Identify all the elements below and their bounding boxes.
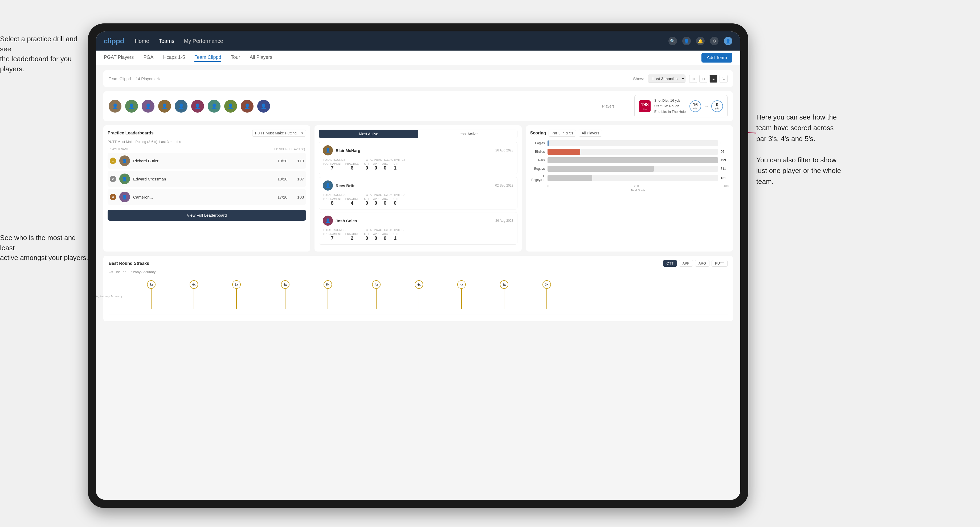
streaks-tab-arg[interactable]: ARG [695,260,710,267]
streak-pin: 6x [232,280,241,309]
view-list[interactable]: ≡ [710,75,718,83]
stat-putt-3: PUTT 1 [392,233,399,241]
player-card-header-2: 👤 Rees Britt 02 Sep 2023 [323,181,513,190]
streaks-tab-app[interactable]: APP [679,260,693,267]
player-avatar-3[interactable]: 👤 [142,100,154,113]
view-grid-medium[interactable]: ⊟ [699,75,707,83]
nav-link-home[interactable]: Home [135,37,149,45]
add-team-button[interactable]: Add Team [702,53,732,62]
score-circles: 16 yds → 0 yds [689,100,723,112]
player-avatar-5[interactable]: 👤 [175,100,188,113]
sub-tabs: PGAT Players PGA Hcaps 1-5 Team Clippd T… [96,51,740,65]
nav-link-teams[interactable]: Teams [159,37,174,45]
nav-link-performance[interactable]: My Performance [184,37,223,45]
period-select[interactable]: Last 3 months [648,75,686,83]
lb-avg-1: 110 [291,159,304,163]
stat-values-activities-2: OTT 0 APP 0 ARG 0 [364,197,405,206]
scoring-panel: Scoring Par 3, 4 & 5s All Players Eagles… [526,125,733,252]
stat-app-3: APP 0 [373,233,379,241]
player-avatar-8[interactable]: 👤 [224,100,237,113]
stat-tournament-3: Tournament 7 [323,233,341,241]
chart-bar-container [547,140,718,146]
lb-avatar-1: 👤 [119,156,130,166]
tab-team-clippd[interactable]: Team Clippd [194,54,221,62]
player-avatar-7[interactable]: 👤 [208,100,221,113]
stats-row-3: Total Rounds Tournament 7 Practice 2 [323,229,513,241]
streak-badge: 7x [147,280,156,289]
chart-bar [547,166,654,171]
stat-ott-1: OTT 0 [364,162,369,171]
view-sort[interactable]: ⇅ [719,75,727,83]
settings-icon[interactable]: ⚙ [710,37,719,45]
view-leaderboard-button[interactable]: View Full Leaderboard [108,210,306,221]
streak-line [418,289,419,309]
streaks-subtitle: Off The Tee, Fairway Accuracy [109,270,727,274]
stat-ott-2: OTT 0 [364,197,369,206]
panel-header-lb: Practice Leaderboards PUTT Must Make Put… [108,130,306,137]
stat-tournament-1: Tournament 7 [323,162,341,171]
bell-icon[interactable]: 🔔 [696,37,705,45]
streaks-chart-area: % A, Fairway Accuracy 7x6x6x5x5x4x4x4x3x… [109,278,727,315]
search-icon[interactable]: 🔍 [668,37,677,45]
tab-all-players[interactable]: All Players [250,54,272,62]
stat-values-rounds-2: Tournament 8 Practice 4 [323,197,359,206]
team-header: Team Clippd | 14 Players ✎ Show: Last 3 … [103,70,733,87]
tablet-frame: clippd Home Teams My Performance 🔍 👤 🔔 ⚙… [88,24,748,508]
player-avatar-2[interactable]: 👤 [125,100,138,113]
scoring-filter-pars[interactable]: Par 3, 4 & 5s [549,130,576,137]
h-line-1 [117,290,725,290]
user-icon[interactable]: 👤 [682,37,691,45]
chart-label-pars: Pars [530,158,545,162]
chart-value: 3 [721,141,729,145]
tab-pgat[interactable]: PGAT Players [104,54,134,62]
stats-row-1: Total Rounds Tournament 7 Practice 6 [323,158,513,171]
chart-bar [547,149,580,155]
stat-label-rounds-3: Total Rounds [323,229,359,232]
scoring-chart: Eagles3Birdies96Pars499Bogeys311D. Bogey… [530,140,729,182]
edit-icon[interactable]: ✎ [157,77,160,81]
player-card-name-3: Josh Coles [336,219,493,223]
player-avatar-1[interactable]: 👤 [109,100,121,113]
player-avatar-10[interactable]: 👤 [257,100,270,113]
chart-axis: 0 200 400 [547,184,729,187]
tab-hcaps[interactable]: Hcaps 1-5 [163,54,185,62]
streak-pin: 7x [147,280,156,309]
lb-row-2[interactable]: 2 👤 Edward Crossman 18/20 107 [108,171,306,187]
chart-bar-container [547,166,718,171]
least-active-tab[interactable]: Least Active [418,130,517,138]
player-avatar-9[interactable]: 👤 [241,100,253,113]
lb-header: PLAYER NAME PB SCORE PB AVG SQ [108,148,306,151]
view-icons: ⊞ ⊟ ≡ ⇅ [689,75,727,83]
view-grid-small[interactable]: ⊞ [689,75,697,83]
team-name: Team Clippd [109,76,131,81]
tab-tour[interactable]: Tour [231,54,240,62]
team-title-group: Team Clippd | 14 Players ✎ [109,76,160,81]
lb-row-1[interactable]: 1 👤 Richard Butler... 19/20 110 [108,153,306,169]
chart-bar [547,157,718,163]
leaderboard-subtitle: PUTT Must Make Putting (3-6 ft), Last 3 … [108,140,306,144]
most-active-tab[interactable]: Most Active [319,130,418,138]
chart-label-bogeys: Bogeys [530,167,545,171]
score-details: Shot Dist: 16 yds Start Lie: Rough End L… [654,98,686,114]
streaks-tab-ott[interactable]: OTT [663,260,677,267]
avatar-icon[interactable]: 👤 [724,37,732,45]
streak-badge: 6x [232,280,241,289]
nav-icons: 🔍 👤 🔔 ⚙ 👤 [668,37,732,45]
nav-logo: clippd [104,37,124,45]
player-avatar-4[interactable]: 👤 [158,100,171,113]
player-count: | 14 Players [134,76,154,81]
annotation-right: Here you can see how theteam have scored… [756,112,975,187]
tab-pga[interactable]: PGA [143,54,153,62]
stat-practice-1: Practice 6 [345,162,359,171]
arrow-icon: → [704,103,709,109]
drill-dropdown[interactable]: PUTT Must Make Putting... ▾ [252,130,306,137]
player-avatar-6[interactable]: 👤 [191,100,204,113]
scoring-filter-players[interactable]: All Players [579,130,602,137]
lb-row-3[interactable]: 3 👤 Cameron... 17/20 103 [108,189,306,205]
stat-group-activities-2: Total Practice Activities OTT 0 APP 0 [364,193,405,206]
stat-practice-3: Practice 2 [345,233,359,241]
streak-badge: 3x [542,280,551,289]
streaks-tab-putt[interactable]: PUTT [711,260,727,267]
player-card-date-3: 26 Aug 2023 [495,219,513,222]
stat-arg-1: ARG 0 [382,162,388,171]
